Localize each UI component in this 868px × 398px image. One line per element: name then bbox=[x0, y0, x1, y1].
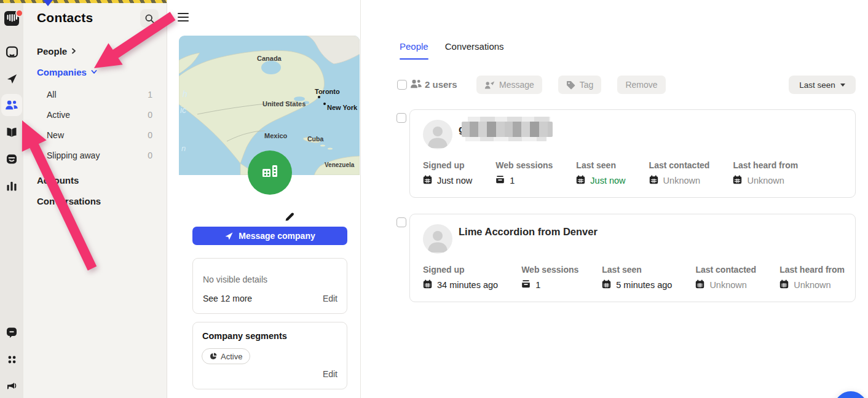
megaphone-icon[interactable] bbox=[4, 378, 19, 393]
sidebar-segment-item[interactable]: New 0 bbox=[23, 128, 167, 142]
notification-dot bbox=[15, 9, 23, 17]
stat-value: 34 minutes ago bbox=[437, 280, 498, 290]
users-toolbar: 2 users Message Tag bbox=[360, 76, 868, 94]
tab[interactable]: People bbox=[400, 41, 428, 60]
sidebar-segment-item[interactable]: Active 0 bbox=[23, 108, 167, 122]
bulk-action-buttons: Message Tag Remove bbox=[476, 76, 666, 94]
page-title: Contacts bbox=[37, 10, 93, 25]
caret-down-icon bbox=[840, 84, 845, 87]
bulk-action-button[interactable]: Tag bbox=[558, 76, 602, 94]
inbox-icon[interactable] bbox=[4, 44, 19, 59]
sort-dropdown[interactable]: Last seen bbox=[789, 76, 856, 94]
user-stat: Last seen Just now bbox=[576, 160, 625, 186]
stat-label: Last contacted bbox=[695, 265, 756, 275]
sidebar-item-companies[interactable]: Companies bbox=[37, 66, 97, 78]
stat-label: Web sessions bbox=[521, 265, 578, 275]
companies-label: Companies bbox=[37, 67, 87, 77]
sidebar-link[interactable]: Accounts bbox=[37, 175, 79, 185]
user-stat: Web sessions 1 bbox=[521, 265, 578, 291]
stat-value: Just now bbox=[437, 176, 472, 185]
tag-icon bbox=[566, 80, 575, 90]
sidebar-link[interactable]: Conversations bbox=[37, 196, 101, 206]
stat-value: 1 bbox=[535, 280, 540, 290]
stat-label: Signed up bbox=[423, 160, 472, 170]
segment-label: New bbox=[47, 130, 64, 140]
stat-value: Unknown bbox=[709, 280, 746, 290]
map-label-new-york: New York bbox=[327, 104, 358, 111]
user-stat: Last seen 5 minutes ago bbox=[602, 265, 672, 291]
bulk-action-button[interactable]: Remove bbox=[617, 76, 665, 94]
stat-label: Last seen bbox=[602, 265, 672, 275]
app-window: Contacts People Companies All 1 bbox=[0, 0, 868, 398]
user-stat: Last contacted Unknown bbox=[695, 265, 756, 291]
users-group-icon bbox=[410, 79, 422, 92]
pencil-icon bbox=[285, 211, 295, 222]
segment-count: 0 bbox=[148, 130, 152, 140]
company-avatar bbox=[248, 150, 292, 195]
edit-avatar-button[interactable] bbox=[285, 211, 296, 222]
user-stat: Last contacted Unknown bbox=[649, 160, 710, 186]
stat-label: Last contacted bbox=[649, 160, 710, 170]
contacts-sidebar: Contacts People Companies All 1 bbox=[23, 0, 167, 398]
sidebar-segment-item[interactable]: Slipping away 0 bbox=[23, 149, 167, 162]
chevron-right-icon bbox=[71, 48, 76, 54]
search-icon bbox=[144, 14, 155, 24]
highlight-marker-icon bbox=[43, 0, 53, 6]
app-icon-rail bbox=[0, 0, 23, 398]
sessions-icon bbox=[521, 279, 531, 289]
user-card[interactable]: Lime Accordion from Denver Signed up bbox=[409, 214, 856, 302]
user-stats: Signed up 34 minutes ago bbox=[423, 265, 845, 291]
segment-chip-active[interactable]: Active bbox=[202, 348, 250, 364]
edit-details-link[interactable]: Edit bbox=[323, 294, 337, 303]
calendar-icon bbox=[695, 279, 704, 289]
select-all-checkbox[interactable] bbox=[397, 80, 407, 90]
messenger-icon[interactable] bbox=[4, 325, 19, 340]
calendar-icon bbox=[779, 279, 789, 289]
segment-count: 0 bbox=[148, 150, 152, 160]
user-name[interactable]: g bbox=[459, 122, 553, 137]
stat-label: Last heard from bbox=[779, 265, 845, 275]
user-card[interactable]: g Signed up bbox=[409, 109, 856, 198]
map-label-cuba: Cuba bbox=[307, 135, 323, 142]
stat-value: Unknown bbox=[794, 280, 831, 290]
bulk-action-button[interactable]: Message bbox=[476, 76, 542, 94]
articles-icon[interactable] bbox=[4, 125, 19, 139]
segment-label: All bbox=[47, 90, 57, 99]
calendar-icon bbox=[423, 279, 432, 289]
menu-toggle-button[interactable] bbox=[178, 13, 189, 21]
map-label-united-states: United States bbox=[262, 100, 306, 107]
contacts-icon[interactable] bbox=[4, 98, 19, 112]
company-detail-panel: h ic n Canada United States Mexico Cuba … bbox=[167, 0, 361, 398]
reports-icon[interactable] bbox=[4, 179, 19, 193]
edit-segments-link[interactable]: Edit bbox=[323, 369, 337, 379]
help-center-icon[interactable] bbox=[4, 152, 19, 166]
apps-icon[interactable] bbox=[4, 352, 19, 367]
calendar-icon bbox=[602, 279, 611, 289]
sidebar-segment-item[interactable]: All 1 bbox=[23, 88, 167, 101]
message-company-label: Message company bbox=[239, 231, 315, 241]
see-more-link[interactable]: See 12 more bbox=[203, 294, 252, 303]
person-silhouette-icon bbox=[423, 120, 452, 149]
person-silhouette-icon bbox=[423, 224, 452, 254]
user-name[interactable]: Lime Accordion from Denver bbox=[459, 226, 598, 238]
selection-count: 2 users bbox=[425, 76, 457, 94]
tab[interactable]: Conversations bbox=[445, 41, 504, 60]
user-select-checkbox[interactable] bbox=[397, 113, 406, 123]
message-company-button[interactable]: Message company bbox=[192, 227, 347, 245]
search-button[interactable] bbox=[140, 9, 159, 28]
user-avatar bbox=[423, 224, 452, 254]
segment-label: Active bbox=[47, 110, 70, 120]
map-label-canada: Canada bbox=[257, 55, 282, 62]
user-card-list: g Signed up bbox=[397, 109, 868, 318]
sessions-icon bbox=[495, 175, 505, 184]
stat-value: Just now bbox=[590, 176, 625, 185]
sidebar-item-people[interactable]: People bbox=[37, 45, 76, 57]
map-label-venezuela: Venezuela bbox=[325, 162, 355, 168]
send-icon bbox=[224, 232, 234, 241]
segment-label: Slipping away bbox=[47, 150, 100, 160]
company-segments-card: Company segments Active Edit bbox=[192, 322, 347, 389]
user-select-checkbox[interactable] bbox=[397, 217, 406, 227]
water-label: h bbox=[183, 89, 187, 99]
outbound-icon[interactable] bbox=[4, 71, 19, 86]
calendar-icon bbox=[649, 175, 658, 184]
